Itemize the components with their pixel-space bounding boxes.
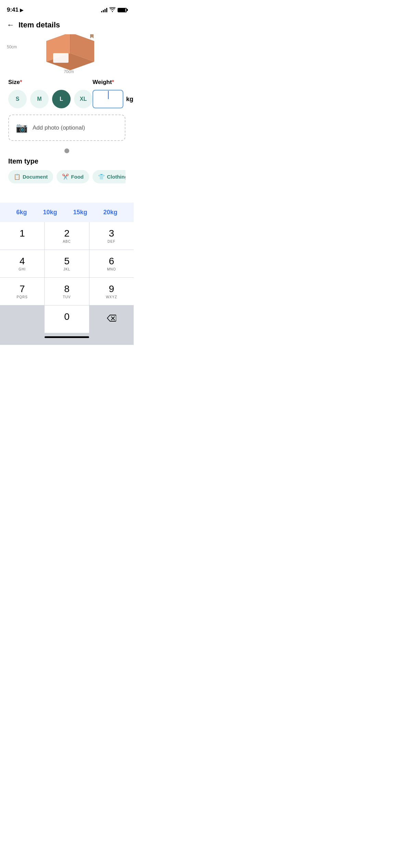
item-type-section: Item type 📋 Document ✂️ Food 👕 Clothing … — [8, 157, 125, 183]
key-1[interactable]: 1 — [0, 222, 44, 250]
backspace-icon — [107, 314, 116, 324]
scroll-indicator — [0, 146, 134, 157]
dimension-side-label: 50cm — [7, 45, 17, 49]
box-illustration: 50cm 70cm — [0, 34, 134, 79]
add-photo-label: Add photo (optional) — [33, 124, 85, 131]
weight-input-row: kg — [93, 90, 133, 108]
add-photo-button[interactable]: 📷 Add photo (optional) — [8, 114, 125, 141]
svg-marker-7 — [90, 34, 94, 38]
chip-document-label: Document — [23, 174, 48, 180]
key-7[interactable]: 7 PQRS — [0, 278, 44, 305]
key-0[interactable]: 0 — [45, 305, 89, 333]
signal-icon — [101, 8, 107, 12]
weight-section: Weight* kg — [93, 79, 133, 108]
quick-weight-6kg[interactable]: 6kg — [16, 209, 27, 216]
camera-icon: 📷 — [16, 122, 28, 133]
home-bar — [45, 336, 89, 338]
header: ← Item details — [0, 17, 134, 34]
key-2[interactable]: 2 ABC — [45, 222, 89, 250]
chip-clothing[interactable]: 👕 Clothing — [93, 170, 125, 183]
keypad: 1 2 ABC 3 DEF 4 GHI 5 JKL 6 MNO 7 PQRS 8… — [0, 222, 134, 333]
weight-unit: kg — [126, 96, 133, 103]
weight-input-field[interactable] — [93, 90, 123, 108]
box-image — [43, 34, 91, 69]
home-indicator — [0, 333, 134, 345]
key-backspace[interactable] — [89, 305, 134, 333]
quick-weight-20kg[interactable]: 20kg — [103, 209, 117, 216]
key-3[interactable]: 3 DEF — [89, 222, 134, 250]
size-label: Size* — [8, 79, 93, 86]
chip-food-label: Food — [71, 174, 84, 180]
key-4[interactable]: 4 GHI — [0, 250, 44, 277]
key-8[interactable]: 8 TUV — [45, 278, 89, 305]
item-type-label: Item type — [8, 157, 125, 165]
item-type-chips: 📋 Document ✂️ Food 👕 Clothing ⚡ Elec... — [8, 170, 125, 183]
size-section: Size* S M L XL — [8, 79, 93, 108]
key-9[interactable]: 9 WXYZ — [89, 278, 134, 305]
back-button[interactable]: ← — [7, 21, 14, 29]
quick-weight-10kg[interactable]: 10kg — [43, 209, 57, 216]
key-5[interactable]: 5 JKL — [45, 250, 89, 277]
dimension-bottom-label: 70cm — [64, 69, 74, 74]
svg-rect-4 — [53, 53, 69, 63]
status-bar: 9:41 ▶ — [0, 0, 134, 17]
scroll-dot — [64, 148, 69, 153]
battery-icon — [118, 8, 127, 12]
quick-weight-15kg[interactable]: 15kg — [73, 209, 87, 216]
size-btn-l[interactable]: L — [52, 90, 71, 108]
size-btn-xl[interactable]: XL — [74, 90, 93, 108]
clothing-icon: 👕 — [98, 173, 105, 180]
spacer — [0, 189, 134, 203]
status-time: 9:41 — [7, 7, 19, 13]
location-icon: ▶ — [20, 7, 24, 13]
chip-food[interactable]: ✂️ Food — [57, 170, 89, 183]
wifi-icon — [109, 7, 116, 13]
weight-label: Weight* — [93, 79, 133, 86]
quick-weight-bar: 6kg 10kg 15kg 20kg — [0, 203, 134, 222]
food-icon: ✂️ — [62, 173, 69, 180]
page-title: Item details — [19, 21, 60, 29]
document-icon: 📋 — [14, 173, 21, 180]
size-btn-s[interactable]: S — [8, 90, 27, 108]
add-photo-section: 📷 Add photo (optional) — [8, 114, 125, 141]
chip-clothing-label: Clothing — [107, 174, 125, 180]
key-empty — [0, 305, 44, 333]
key-6[interactable]: 6 MNO — [89, 250, 134, 277]
size-weight-section: Size* S M L XL Weight* kg 📷 Add — [0, 79, 134, 141]
chip-document[interactable]: 📋 Document — [8, 170, 53, 183]
size-btn-m[interactable]: M — [30, 90, 49, 108]
size-buttons: S M L XL — [8, 90, 93, 108]
status-icons — [101, 7, 127, 13]
